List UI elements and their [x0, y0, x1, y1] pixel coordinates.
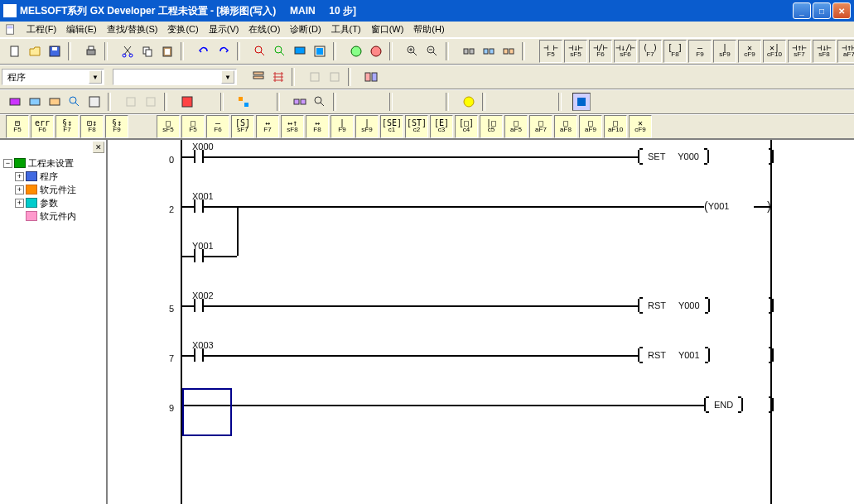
fkey-aF9[interactable]: □aF9 — [579, 115, 602, 138]
menu-item[interactable]: 工程(F) — [22, 22, 61, 36]
fkey-sF8[interactable]: ↔↑sF8 — [281, 115, 304, 138]
tree-item-program[interactable]: + 程序 — [3, 170, 104, 183]
edit-20-button[interactable] — [516, 93, 534, 111]
fkey-sF7[interactable]: ⊣↑⊢sF7 — [788, 40, 811, 63]
tool-2-button[interactable] — [326, 68, 344, 86]
edit-8-button[interactable] — [178, 93, 196, 111]
program-name-combo[interactable]: ▼ — [113, 69, 237, 85]
zoom-out-button[interactable] — [423, 42, 441, 60]
fkey-cF9[interactable]: ✕cF9 — [738, 40, 761, 63]
fkey-c5[interactable]: |□c5 — [480, 115, 503, 138]
fkey-F9[interactable]: —F9 — [688, 40, 712, 63]
edit-12-button[interactable] — [291, 93, 309, 111]
fkey-F8[interactable]: ↔F8 — [306, 115, 329, 138]
fkey-sF9[interactable]: |sF9 — [355, 115, 379, 138]
ladder-mode-button[interactable] — [269, 68, 287, 86]
transfer-b-button[interactable] — [480, 42, 498, 60]
edit-19-button[interactable] — [496, 93, 514, 111]
fkey-aF10[interactable]: □aF10 — [604, 115, 627, 138]
fkey-cF10[interactable]: ✕|cF10 — [763, 40, 786, 63]
fkey-F9[interactable]: §↕F9 — [105, 115, 128, 138]
edit-17-button[interactable] — [423, 93, 441, 111]
menu-item[interactable]: 显示(V) — [204, 22, 244, 36]
edit-6-button[interactable] — [122, 93, 140, 111]
menu-item[interactable]: 窗口(W) — [366, 22, 409, 36]
redo-button[interactable] — [215, 42, 233, 60]
fkey-F6[interactable]: —F6 — [206, 115, 229, 138]
fkey-sF5[interactable]: ⊣↓⊢sF5 — [564, 40, 587, 63]
edit-22-button[interactable] — [572, 93, 591, 111]
edit-10-button[interactable] — [234, 93, 253, 111]
fkey-F5[interactable]: □F5 — [181, 115, 205, 138]
fkey-cF9[interactable]: ✕cF9 — [629, 115, 652, 138]
edit-3-button[interactable] — [46, 93, 64, 111]
copy-button[interactable] — [138, 42, 157, 60]
edit-18-button[interactable] — [460, 93, 478, 111]
edit-15-button[interactable] — [367, 93, 385, 111]
fkey-aF5[interactable]: □aF5 — [504, 115, 528, 138]
expand-icon[interactable]: + — [15, 199, 24, 208]
fkey-sF9[interactable]: |sF9 — [713, 40, 736, 63]
menu-item[interactable]: 变换(C) — [162, 22, 203, 36]
fkey-aF7[interactable]: ⊣↑⊢aF7 — [837, 40, 854, 63]
device-button[interactable] — [311, 42, 329, 60]
edit-2-button[interactable] — [26, 93, 44, 111]
fkey-F9[interactable]: |F9 — [331, 115, 354, 138]
transfer-a-button[interactable] — [460, 42, 478, 60]
print-button[interactable] — [82, 42, 100, 60]
fkey-F6[interactable]: ⊣/⊢F6 — [589, 40, 612, 63]
expand-icon[interactable]: + — [15, 172, 24, 181]
menu-item[interactable]: 在线(O) — [244, 22, 285, 36]
edit-13-button[interactable] — [311, 93, 329, 111]
undo-button[interactable] — [195, 42, 213, 60]
edit-9-button[interactable] — [198, 93, 216, 111]
fkey-sF6[interactable]: ⊣↓/⊢sF6 — [614, 40, 637, 63]
edit-5-button[interactable] — [85, 93, 104, 111]
pane-close-button[interactable]: ✕ — [93, 142, 104, 153]
fkey-F7[interactable]: ↔F7 — [256, 115, 279, 138]
fkey-F5[interactable]: ⊣ ⊢F5 — [539, 40, 562, 63]
close-button[interactable]: ✕ — [832, 2, 851, 19]
tree-item-device[interactable]: 软元件内 — [3, 209, 104, 223]
fkey-c1[interactable]: [SE]c1 — [380, 115, 403, 138]
edit-11-button[interactable] — [254, 93, 273, 111]
program-type-combo[interactable]: 程序 ▼ — [2, 69, 104, 85]
project-tree[interactable]: − 工程未设置 + 程序 + 软元件注 + 参数 软 — [0, 140, 106, 224]
edit-1-button[interactable] — [6, 93, 24, 111]
fkey-F8[interactable]: ⊡↕F8 — [80, 115, 104, 138]
fkey-aF8[interactable]: □aF8 — [554, 115, 577, 138]
cut-button[interactable] — [118, 42, 137, 60]
tree-root[interactable]: − 工程未设置 — [3, 156, 104, 170]
fkey-sF7[interactable]: [S]sF7 — [231, 115, 254, 138]
monitor-button[interactable] — [291, 42, 309, 60]
expand-icon[interactable]: + — [15, 185, 24, 194]
fkey-F7[interactable]: §↕F7 — [55, 115, 79, 138]
fkey-sF8[interactable]: ⊣↓⊢sF8 — [813, 40, 836, 63]
fkey-F5[interactable]: ⊟F5 — [6, 115, 29, 138]
zoom-in-button[interactable] — [403, 42, 422, 60]
convert-online-button[interactable] — [367, 42, 385, 60]
ladder-editor[interactable]: 0X000SET Y0002X001Y001(Y001)5X002RST Y00… — [108, 140, 854, 504]
menu-item[interactable]: 工具(T) — [326, 22, 366, 36]
fkey-aF7[interactable]: □aF7 — [529, 115, 552, 138]
fkey-c2[interactable]: [ST]c2 — [405, 115, 428, 138]
fkey-sF5[interactable]: □sF5 — [157, 115, 180, 138]
edit-21-button[interactable] — [536, 93, 554, 111]
maximize-button[interactable]: □ — [813, 2, 831, 19]
fkey-c3[interactable]: [E]c3 — [430, 115, 453, 138]
menu-item[interactable]: 诊断(D) — [285, 22, 326, 36]
edit-14-button[interactable] — [347, 93, 365, 111]
list-mode-button[interactable] — [249, 68, 268, 86]
menu-item[interactable]: 编辑(E) — [61, 22, 102, 36]
fkey-F7[interactable]: ( )F7 — [639, 40, 662, 63]
open-button[interactable] — [26, 42, 44, 60]
menu-item[interactable]: 帮助(H) — [408, 22, 449, 36]
collapse-icon[interactable]: − — [3, 159, 12, 168]
edit-16-button[interactable] — [403, 93, 422, 111]
edit-7-button[interactable] — [142, 93, 160, 111]
convert-button[interactable] — [347, 42, 365, 60]
find-b-button[interactable] — [271, 42, 289, 60]
paste-button[interactable] — [158, 42, 176, 60]
fkey-F6[interactable]: errF6 — [31, 115, 54, 138]
find-a-button[interactable] — [251, 42, 269, 60]
